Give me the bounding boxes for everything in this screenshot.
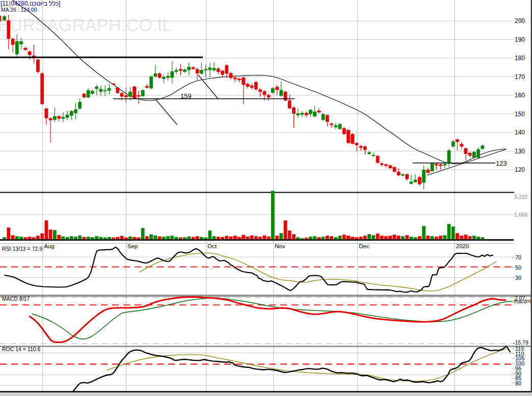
svg-text:123: 123: [496, 160, 507, 167]
svg-text:Oct: Oct: [207, 243, 217, 249]
svg-text:50: 50: [515, 265, 521, 271]
svg-text:130: 130: [515, 148, 525, 155]
svg-text:70: 70: [515, 254, 521, 260]
svg-text:1,666: 1,666: [514, 212, 527, 218]
svg-text:Dec: Dec: [359, 243, 369, 249]
svg-text:140: 140: [515, 129, 525, 136]
svg-text:200: 200: [515, 17, 525, 24]
svg-text:159: 159: [180, 92, 192, 100]
svg-text:ROC 14 = 110.6: ROC 14 = 110.6: [2, 346, 41, 352]
svg-text:MA 26 : 124.00: MA 26 : 124.00: [1, 7, 37, 13]
svg-text:BURSAGRAPH.CO.IL: BURSAGRAPH.CO.IL: [0, 15, 172, 35]
svg-text:RSI 13/13 = 72.9: RSI 13/13 = 72.9: [2, 246, 42, 252]
svg-text:180: 180: [515, 55, 525, 62]
svg-text:3,332: 3,332: [514, 194, 527, 200]
svg-text:MACD 8/17: MACD 8/17: [2, 296, 30, 302]
svg-text:Aug: Aug: [44, 243, 54, 249]
svg-text:80: 80: [515, 380, 521, 386]
svg-text:Nov: Nov: [275, 243, 285, 249]
svg-text:Sep: Sep: [127, 243, 138, 249]
svg-text:170: 170: [515, 73, 525, 81]
svg-text:macd=0: macd=0: [514, 298, 532, 304]
svg-text:150: 150: [515, 111, 525, 118]
svg-text:120: 120: [515, 166, 525, 173]
svg-text:30: 30: [515, 275, 521, 281]
svg-text:-15.79: -15.79: [513, 339, 528, 346]
svg-text:160: 160: [515, 92, 525, 99]
svg-text:2020: 2020: [456, 243, 469, 249]
svg-text:190: 190: [515, 36, 525, 43]
